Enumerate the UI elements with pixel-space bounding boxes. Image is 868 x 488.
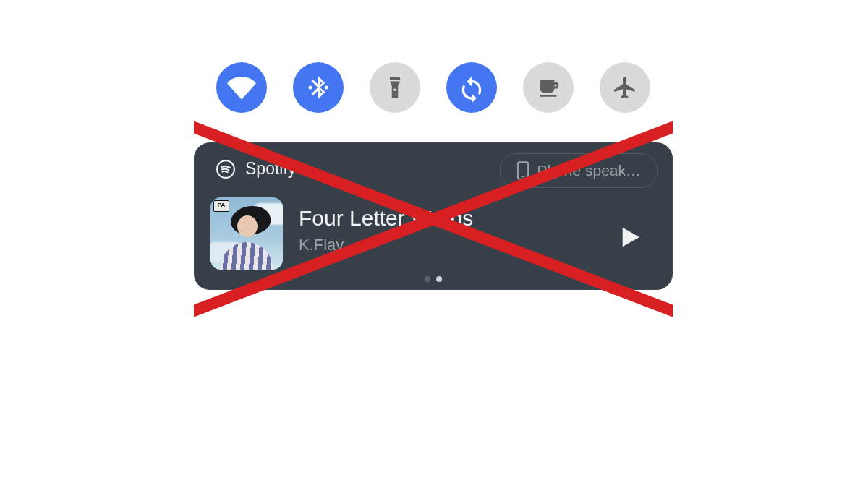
toggle-auto-rotate[interactable] bbox=[446, 62, 497, 113]
output-device-chip[interactable]: Phone speak… bbox=[500, 153, 658, 188]
wifi-icon bbox=[227, 73, 256, 102]
auto-rotate-icon bbox=[457, 73, 486, 102]
spotify-icon bbox=[216, 160, 235, 179]
pager-dot[interactable] bbox=[436, 276, 442, 282]
output-device-label: Phone speak… bbox=[537, 162, 641, 179]
parental-advisory-badge: PA bbox=[213, 200, 229, 212]
airplane-icon bbox=[612, 74, 638, 100]
toggle-flashlight[interactable] bbox=[370, 62, 420, 113]
play-icon bbox=[614, 223, 643, 252]
play-button[interactable] bbox=[614, 223, 643, 252]
coffee-cup-icon bbox=[536, 75, 561, 100]
phone-icon bbox=[516, 161, 529, 180]
media-app-label: Spotify bbox=[245, 159, 296, 179]
toggle-bluetooth[interactable] bbox=[293, 62, 344, 113]
media-notification-card[interactable]: Spotify Phone speak… PA Four Letter Word… bbox=[194, 142, 673, 290]
svg-point-0 bbox=[308, 85, 312, 89]
pager-dot[interactable] bbox=[425, 276, 430, 282]
media-card-header: Spotify bbox=[216, 159, 296, 179]
toggle-caffeine[interactable] bbox=[523, 62, 574, 113]
quick-settings-row bbox=[216, 62, 650, 113]
flashlight-icon bbox=[383, 75, 407, 100]
toggle-wifi[interactable] bbox=[216, 62, 267, 113]
track-artist: K.Flay bbox=[299, 236, 344, 254]
svg-point-1 bbox=[325, 85, 328, 89]
bluetooth-icon bbox=[305, 74, 332, 101]
track-title: Four Letter Words bbox=[299, 206, 473, 231]
svg-rect-4 bbox=[522, 176, 525, 178]
toggle-airplane-mode[interactable] bbox=[600, 62, 650, 113]
stage: Spotify Phone speak… PA Four Letter Word… bbox=[0, 0, 868, 488]
album-art[interactable]: PA bbox=[210, 197, 283, 270]
pager-dots bbox=[425, 276, 442, 282]
